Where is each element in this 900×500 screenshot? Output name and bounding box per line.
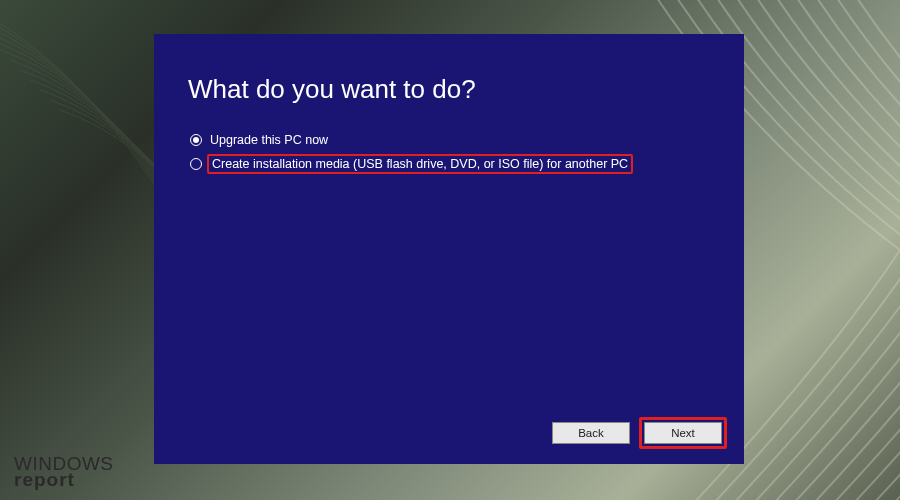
setup-dialog: What do you want to do? Upgrade this PC …: [154, 34, 744, 464]
button-bar: Back Next: [552, 422, 722, 444]
watermark-logo: WINDOWS report: [14, 456, 114, 488]
options-group: Upgrade this PC now Create installation …: [190, 133, 710, 173]
radio-icon: [190, 134, 202, 146]
option-label: Upgrade this PC now: [210, 133, 328, 147]
option-upgrade-now[interactable]: Upgrade this PC now: [190, 133, 710, 147]
radio-icon: [190, 158, 202, 170]
next-button[interactable]: Next: [644, 422, 722, 444]
option-create-media[interactable]: Create installation media (USB flash dri…: [190, 155, 710, 173]
watermark-line2: report: [14, 472, 114, 488]
next-button-highlight: Next: [639, 417, 727, 449]
dialog-title: What do you want to do?: [188, 74, 710, 105]
back-button[interactable]: Back: [552, 422, 630, 444]
option-label: Create installation media (USB flash dri…: [207, 154, 633, 174]
